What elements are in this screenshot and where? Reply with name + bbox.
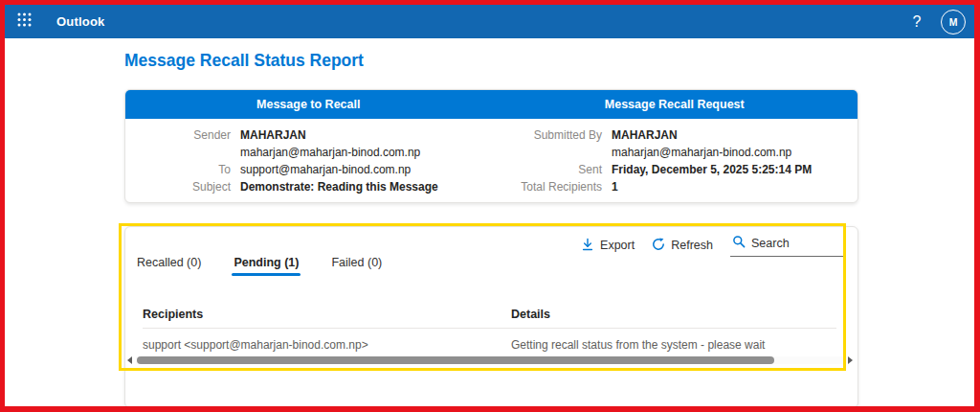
topbar-actions: ? M bbox=[907, 10, 974, 34]
scrollbar-track[interactable] bbox=[136, 356, 844, 364]
help-icon[interactable]: ? bbox=[907, 13, 926, 31]
submitted-by-email-spacer bbox=[487, 144, 602, 161]
summary-card-body: Sender MAHARJAN Submitted By MAHARJAN ma… bbox=[125, 119, 858, 203]
app-launcher-button[interactable] bbox=[7, 5, 41, 38]
sent-value: Friday, December 5, 2025 5:25:14 PM bbox=[612, 161, 846, 178]
export-icon bbox=[581, 238, 594, 254]
search-field[interactable] bbox=[730, 235, 843, 257]
horizontal-scrollbar[interactable] bbox=[127, 355, 853, 365]
subject-value: Demonstrate: Reading this Message bbox=[240, 178, 478, 195]
recipient-cell: support <support@maharjan-binod.com.np> bbox=[143, 338, 511, 352]
sender-email-value: maharjan@maharjan-binod.com.np bbox=[240, 144, 478, 161]
recall-status-card: Export Refresh Recalled (0) Pending (1) … bbox=[124, 226, 858, 408]
detail-cell: Getting recall status from the system - … bbox=[511, 338, 836, 352]
to-label: To bbox=[125, 161, 231, 178]
subject-label: Subject bbox=[125, 178, 231, 195]
sent-label: Sent bbox=[487, 161, 602, 178]
submitted-by-name-value: MAHARJAN bbox=[612, 126, 846, 144]
table-header-divider bbox=[143, 328, 836, 329]
refresh-label: Refresh bbox=[671, 239, 713, 252]
refresh-icon bbox=[652, 238, 665, 254]
message-to-recall-header: Message to Recall bbox=[125, 90, 492, 119]
summary-card-header: Message to Recall Message Recall Request bbox=[125, 90, 858, 119]
page-title: Message Recall Status Report bbox=[124, 51, 364, 71]
status-toolbar: Export Refresh bbox=[581, 235, 843, 256]
tab-pending[interactable]: Pending (1) bbox=[232, 254, 301, 278]
sender-email-spacer bbox=[125, 144, 231, 161]
export-label: Export bbox=[600, 239, 635, 252]
table-header-row: Recipients Details bbox=[143, 308, 836, 321]
search-icon bbox=[732, 235, 746, 252]
app-title: Outlook bbox=[56, 14, 105, 29]
tab-recalled[interactable]: Recalled (0) bbox=[135, 254, 203, 278]
scrollbar-thumb[interactable] bbox=[137, 356, 774, 364]
message-recall-request-header: Message Recall Request bbox=[492, 90, 858, 119]
avatar[interactable]: M bbox=[941, 10, 966, 34]
to-value: support@maharjan-binod.com.np bbox=[240, 161, 478, 178]
details-column-header: Details bbox=[511, 308, 836, 321]
search-input[interactable] bbox=[751, 237, 828, 250]
total-recipients-value: 1 bbox=[612, 178, 846, 195]
recall-summary-card: Message to Recall Message Recall Request… bbox=[124, 89, 858, 203]
refresh-button[interactable]: Refresh bbox=[652, 238, 713, 254]
total-recipients-label: Total Recipients bbox=[487, 178, 602, 195]
status-tabs: Recalled (0) Pending (1) Failed (0) bbox=[135, 254, 384, 278]
sender-name-value: MAHARJAN bbox=[240, 126, 478, 144]
tab-failed[interactable]: Failed (0) bbox=[329, 254, 384, 278]
table-row: support <support@maharjan-binod.com.np> … bbox=[143, 334, 836, 355]
submitted-by-email-value: maharjan@maharjan-binod.com.np bbox=[612, 144, 846, 161]
submitted-by-label: Submitted By bbox=[487, 126, 602, 144]
scroll-right-icon[interactable] bbox=[848, 356, 853, 364]
recipients-column-header: Recipients bbox=[143, 308, 511, 321]
topbar: Outlook ? M bbox=[5, 5, 974, 38]
app-launcher-grid-icon bbox=[17, 12, 32, 31]
scroll-left-icon[interactable] bbox=[127, 356, 132, 364]
sender-label: Sender bbox=[125, 126, 231, 144]
export-button[interactable]: Export bbox=[581, 238, 635, 254]
